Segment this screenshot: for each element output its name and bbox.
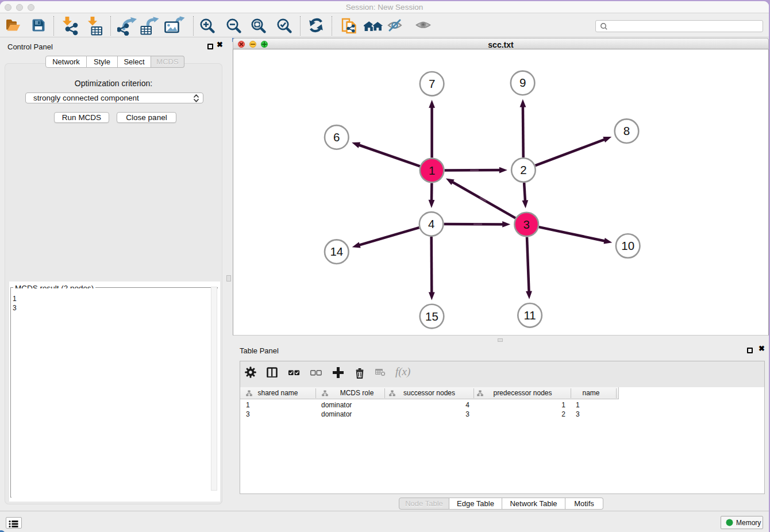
svg-text:4: 4	[428, 217, 434, 230]
svg-text:11: 11	[523, 309, 536, 322]
svg-text:1: 1	[429, 164, 435, 177]
svg-text:9: 9	[519, 76, 526, 89]
svg-text:3: 3	[523, 218, 529, 231]
svg-text:14: 14	[330, 245, 343, 258]
svg-text:7: 7	[429, 77, 435, 90]
svg-text:8: 8	[623, 124, 630, 137]
svg-text:6: 6	[333, 130, 340, 144]
svg-text:15: 15	[425, 310, 438, 323]
svg-text:2: 2	[520, 163, 526, 176]
svg-text:10: 10	[621, 239, 634, 252]
